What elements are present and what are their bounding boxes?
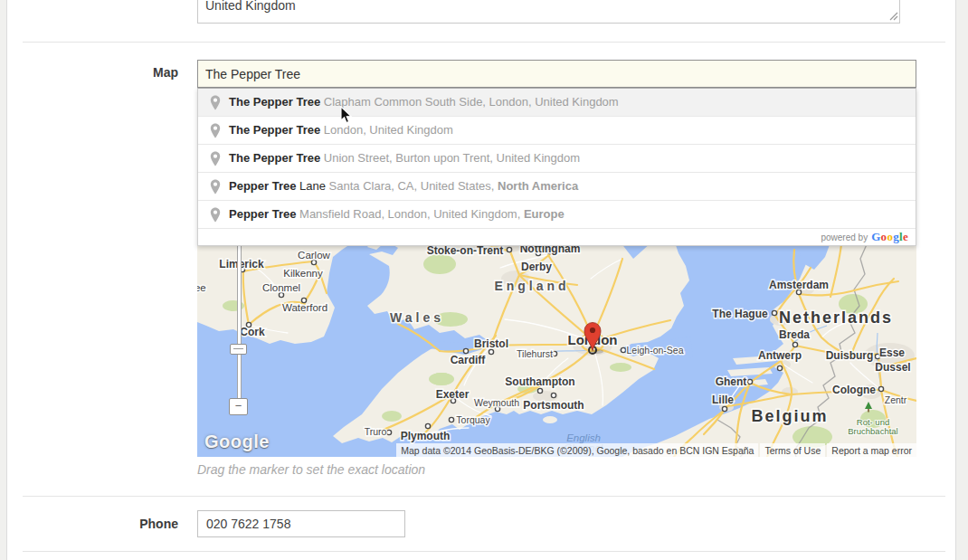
places-autocomplete-dropdown: The Pepper Tree Clapham Common South Sid… bbox=[197, 88, 916, 246]
google-watermark: Google bbox=[204, 432, 270, 452]
map-tiles: leeLimerickCarlowKilkennyClonmelWaterfor… bbox=[197, 242, 916, 457]
phone-input[interactable] bbox=[197, 510, 405, 537]
powered-by-google: powered byGoogle bbox=[198, 228, 916, 245]
place-pin-icon bbox=[210, 179, 221, 195]
place-pin-icon bbox=[210, 207, 221, 223]
autocomplete-suggestion[interactable]: Pepper Tree Mansfield Road, London, Unit… bbox=[198, 200, 916, 228]
report-map-error-link[interactable]: Report a map error bbox=[827, 443, 916, 457]
svg-text:Amsterdam: Amsterdam bbox=[769, 279, 829, 291]
svg-text:Weymouth: Weymouth bbox=[474, 397, 519, 408]
svg-text:Tilehurst: Tilehurst bbox=[517, 348, 553, 359]
svg-text:Limerick: Limerick bbox=[219, 258, 264, 271]
map-canvas[interactable]: leeLimerickCarlowKilkennyClonmelWaterfor… bbox=[197, 242, 916, 457]
svg-text:Antwerp: Antwerp bbox=[758, 349, 802, 362]
svg-text:Zentr: Zentr bbox=[885, 394, 907, 405]
autocomplete-suggestion[interactable]: The Pepper Tree Clapham Common South Sid… bbox=[198, 89, 916, 116]
svg-text:Exeter: Exeter bbox=[436, 388, 470, 401]
place-pin-icon bbox=[210, 151, 221, 166]
svg-text:Lille: Lille bbox=[712, 394, 734, 406]
svg-text:Stoke-on-Trent: Stoke-on-Trent bbox=[427, 244, 504, 257]
svg-text:Cologne: Cologne bbox=[832, 384, 876, 396]
autocomplete-suggestion[interactable]: The Pepper Tree Union Street, Burton upo… bbox=[198, 144, 916, 172]
svg-text:The Hague: The Hague bbox=[712, 308, 768, 320]
textarea-resize-handle[interactable] bbox=[889, 12, 898, 21]
svg-text:Plymouth: Plymouth bbox=[401, 430, 451, 442]
zoom-slider-track[interactable] bbox=[237, 242, 242, 403]
svg-text:Waterford: Waterford bbox=[282, 302, 327, 313]
section-divider bbox=[23, 496, 945, 497]
svg-text:Portsmouth: Portsmouth bbox=[523, 399, 584, 412]
svg-text:Derby: Derby bbox=[521, 261, 552, 273]
map-search-input[interactable] bbox=[197, 60, 916, 88]
svg-text:Duisburg: Duisburg bbox=[826, 349, 874, 362]
svg-text:Clonmel: Clonmel bbox=[262, 282, 300, 293]
zoom-out-button[interactable]: − bbox=[229, 398, 248, 415]
autocomplete-suggestion[interactable]: Pepper Tree Lane Santa Clara, CA, United… bbox=[198, 172, 916, 200]
svg-text:Esse: Esse bbox=[879, 346, 905, 359]
map-data-attribution: Map data ©2014 GeoBasis-DE/BKG (©2009), … bbox=[396, 443, 758, 457]
svg-text:Cork: Cork bbox=[240, 326, 265, 338]
svg-text:lee: lee bbox=[197, 282, 206, 293]
svg-text:Wales: Wales bbox=[390, 310, 444, 325]
phone-field-label: Phone bbox=[54, 517, 178, 531]
google-logo: Google bbox=[871, 230, 908, 243]
autocomplete-suggestion[interactable]: The Pepper Tree London, United Kingdom bbox=[198, 116, 916, 144]
svg-text:Kilkenny: Kilkenny bbox=[283, 268, 323, 279]
svg-text:Truro: Truro bbox=[365, 426, 387, 437]
country-field[interactable] bbox=[197, 0, 900, 24]
svg-text:Cardiff: Cardiff bbox=[451, 354, 487, 366]
map-field-label: Map bbox=[54, 65, 178, 80]
svg-text:Belgium: Belgium bbox=[751, 407, 828, 425]
powered-by-label: powered by bbox=[821, 233, 868, 242]
section-divider bbox=[23, 42, 945, 43]
mouse-cursor bbox=[340, 106, 353, 124]
place-pin-icon bbox=[210, 123, 221, 138]
svg-text:Ghent: Ghent bbox=[716, 375, 747, 388]
svg-text:Dussel: Dussel bbox=[875, 361, 910, 374]
svg-text:Bristol: Bristol bbox=[474, 337, 508, 350]
svg-text:Southampton: Southampton bbox=[505, 375, 574, 388]
svg-text:Torquay: Torquay bbox=[456, 414, 490, 425]
svg-text:England: England bbox=[494, 279, 569, 293]
svg-text:Netherlands: Netherlands bbox=[779, 308, 893, 327]
map-hint-text: Drag the marker to set the exact locatio… bbox=[197, 462, 425, 477]
page: Map The Pepper Tree Clapham Common South… bbox=[0, 0, 968, 560]
svg-text:Bruchbachtal: Bruchbachtal bbox=[848, 426, 897, 436]
place-pin-icon bbox=[210, 95, 221, 110]
terms-of-use-link[interactable]: Terms of Use bbox=[760, 443, 825, 457]
svg-text:Leigh-on-Sea: Leigh-on-Sea bbox=[626, 345, 683, 356]
autocomplete-list: The Pepper Tree Clapham Common South Sid… bbox=[198, 89, 916, 228]
zoom-slider-handle[interactable] bbox=[230, 344, 247, 355]
svg-text:Breda: Breda bbox=[779, 328, 810, 341]
section-divider bbox=[23, 551, 945, 552]
svg-text:Carlow: Carlow bbox=[298, 250, 330, 261]
